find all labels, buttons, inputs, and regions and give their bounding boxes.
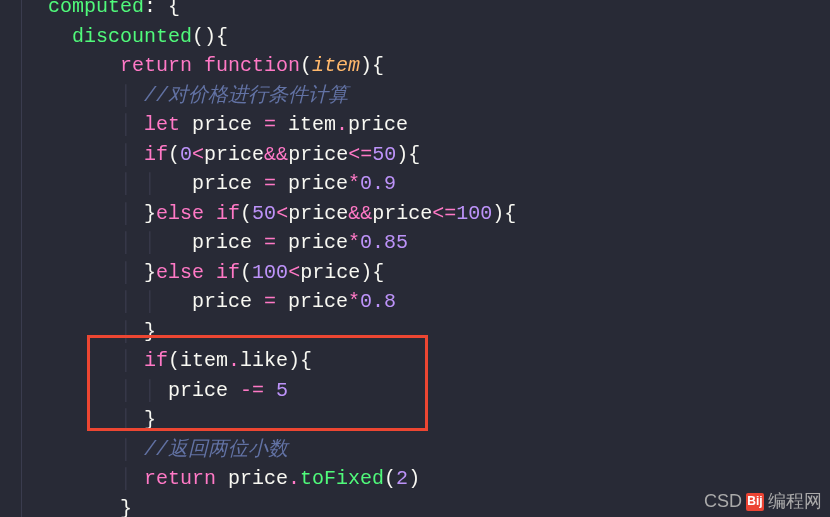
code-token: ( xyxy=(168,349,180,372)
code-token: } xyxy=(144,320,156,343)
code-token: │ xyxy=(120,320,144,343)
code-line[interactable]: return function(item){ xyxy=(48,51,516,81)
code-token: price xyxy=(276,290,348,313)
code-token: < xyxy=(276,202,288,225)
code-token: price xyxy=(204,143,264,166)
code-token: } xyxy=(144,261,156,284)
code-token: 0.9 xyxy=(360,172,396,195)
code-line[interactable]: discounted(){ xyxy=(48,22,516,52)
code-token: price xyxy=(192,231,264,254)
code-token: 2 xyxy=(396,467,408,490)
code-token: -= xyxy=(240,379,264,402)
code-token: price xyxy=(288,202,348,225)
code-token: if xyxy=(216,202,240,225)
code-line[interactable]: │ if(0<price&&price<=50){ xyxy=(48,140,516,170)
code-token xyxy=(204,261,216,284)
code-line[interactable]: computed: { xyxy=(48,0,516,22)
code-token xyxy=(48,84,120,107)
code-token: 5 xyxy=(276,379,288,402)
code-token: price xyxy=(180,113,264,136)
code-line[interactable]: │ //返回两位小数 xyxy=(48,435,516,465)
code-token: ( xyxy=(168,143,180,166)
code-token xyxy=(48,438,120,461)
code-token: let xyxy=(144,113,180,136)
code-token: │ xyxy=(120,349,144,372)
code-token: price xyxy=(192,290,264,313)
code-line[interactable]: │ } xyxy=(48,405,516,435)
code-line[interactable]: │ let price = item.price xyxy=(48,110,516,140)
code-token: 100 xyxy=(252,261,288,284)
code-token: * xyxy=(348,172,360,195)
code-token: && xyxy=(264,143,288,166)
code-token: <= xyxy=(348,143,372,166)
code-line[interactable]: │ │ price = price*0.8 xyxy=(48,287,516,317)
code-token xyxy=(48,408,120,431)
code-token: price xyxy=(348,113,408,136)
code-token: 100 xyxy=(456,202,492,225)
code-line[interactable]: │ if(item.like){ xyxy=(48,346,516,376)
code-token xyxy=(48,467,120,490)
code-line[interactable]: │ │ price = price*0.9 xyxy=(48,169,516,199)
code-token: 0 xyxy=(180,143,192,166)
code-token: ( xyxy=(300,54,312,77)
code-token xyxy=(48,54,120,77)
code-token xyxy=(48,290,120,313)
code-token: if xyxy=(144,143,168,166)
code-token xyxy=(192,54,204,77)
code-token: (){ xyxy=(192,25,228,48)
code-token: price xyxy=(372,202,432,225)
code-line[interactable]: } xyxy=(48,494,516,518)
code-token: } xyxy=(120,497,132,518)
code-editor[interactable]: computed: { discounted(){ return functio… xyxy=(22,0,516,517)
watermark-text-right: 编程网 xyxy=(768,488,822,515)
code-token: computed xyxy=(48,0,144,18)
code-token: = xyxy=(264,113,276,136)
code-token: else xyxy=(156,202,204,225)
code-token: <= xyxy=(432,202,456,225)
code-token: ){ xyxy=(492,202,516,225)
code-token xyxy=(48,113,120,136)
code-token xyxy=(48,25,72,48)
code-token: item xyxy=(312,54,360,77)
code-token: │ xyxy=(120,261,144,284)
code-token: like xyxy=(240,349,288,372)
code-token: . xyxy=(336,113,348,136)
code-token: price xyxy=(192,172,264,195)
code-token: { xyxy=(168,0,180,18)
code-line[interactable]: │ }else if(100<price){ xyxy=(48,258,516,288)
code-token: if xyxy=(144,349,168,372)
code-token: ( xyxy=(240,202,252,225)
code-token: │ xyxy=(120,467,144,490)
code-token: else xyxy=(156,261,204,284)
code-token: = xyxy=(264,231,276,254)
code-token: │ │ xyxy=(120,290,192,313)
code-token: ( xyxy=(240,261,252,284)
line-number-gutter xyxy=(0,0,22,517)
code-token: && xyxy=(348,202,372,225)
code-token: : xyxy=(144,0,168,18)
code-line[interactable]: │ return price.toFixed(2) xyxy=(48,464,516,494)
code-token: │ │ xyxy=(120,231,192,254)
code-line[interactable]: │ │ price -= 5 xyxy=(48,376,516,406)
code-token xyxy=(48,172,120,195)
code-token: 50 xyxy=(372,143,396,166)
code-line[interactable]: │ //对价格进行条件计算 xyxy=(48,81,516,111)
code-token: │ │ xyxy=(120,172,192,195)
watermark-logo: Bij xyxy=(746,493,764,511)
code-token: //返回两位小数 xyxy=(144,438,288,461)
code-token: │ │ xyxy=(120,379,168,402)
code-line[interactable]: │ }else if(50<price&&price<=100){ xyxy=(48,199,516,229)
code-line[interactable]: │ │ price = price*0.85 xyxy=(48,228,516,258)
code-line[interactable]: │ } xyxy=(48,317,516,347)
code-token: } xyxy=(144,202,156,225)
code-token xyxy=(48,497,120,518)
code-token: toFixed xyxy=(300,467,384,490)
code-token: price xyxy=(216,467,288,490)
code-token xyxy=(48,202,120,225)
code-token: │ xyxy=(120,202,144,225)
code-token xyxy=(48,320,120,343)
code-token xyxy=(48,143,120,166)
watermark-text-left: CSD xyxy=(704,488,742,515)
code-token: ){ xyxy=(288,349,312,372)
code-token: . xyxy=(228,349,240,372)
